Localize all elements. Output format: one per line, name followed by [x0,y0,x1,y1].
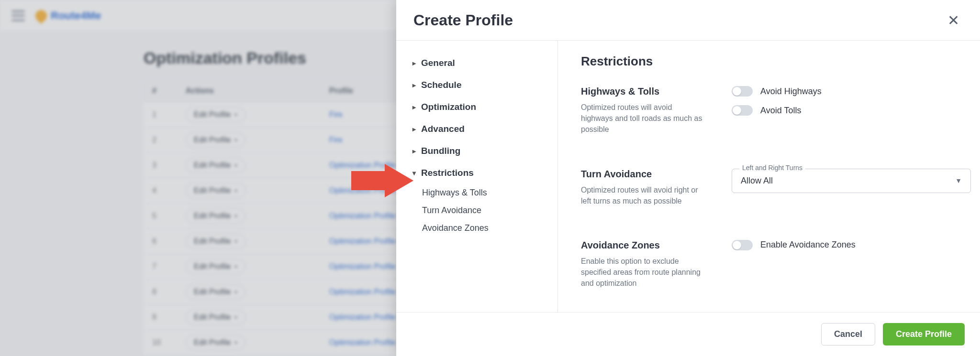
section-title: Avoidance Zones [581,240,727,251]
section-description: Optimized routes will avoid right or lef… [581,184,705,206]
nav-schedule[interactable]: ▸Schedule [406,74,553,96]
cancel-button[interactable]: Cancel [821,323,875,345]
nav-sub-zones[interactable]: Avoidance Zones [406,219,553,237]
modal-sidebar: ▸General ▸Schedule ▸Optimization ▸Advanc… [396,41,558,312]
modal-footer: Cancel Create Profile [396,313,980,356]
nav-sub-highways[interactable]: Highways & Tolls [406,184,553,202]
select-value: Allow All [741,176,773,186]
avoid-tolls-toggle[interactable] [732,105,753,116]
nav-advanced[interactable]: ▸Advanced [406,118,553,140]
nav-general[interactable]: ▸General [406,52,553,74]
nav-optimization[interactable]: ▸Optimization [406,96,553,118]
modal-title: Create Profile [413,11,513,29]
chevron-down-icon: ▾ [411,169,417,177]
chevron-right-icon: ▸ [411,147,417,155]
section-title: Turn Avoidance [581,169,727,180]
toggle-label: Avoid Tolls [760,106,801,116]
section-description: Optimized routes will avoid highways and… [581,102,705,135]
nav-restrictions[interactable]: ▾Restrictions [406,162,553,184]
toggle-label: Avoid Highways [760,86,822,97]
chevron-down-icon: ▼ [955,177,962,184]
modal-header: Create Profile ✕ [396,0,980,40]
section-turn-avoidance: Turn Avoidance Optimized routes will avo… [581,169,957,206]
create-profile-modal: Create Profile ✕ ▸General ▸Schedule ▸Opt… [396,0,980,356]
modal-content: Restrictions Highways & Tolls Optimized … [558,41,980,312]
section-highways: Highways & Tolls Optimized routes will a… [581,86,957,135]
select-legend: Left and Right Turns [739,164,805,172]
section-description: Enable this option to exclude specified … [581,256,705,289]
chevron-right-icon: ▸ [411,103,417,111]
chevron-right-icon: ▸ [411,125,417,133]
avoid-highways-toggle[interactable] [732,86,753,97]
section-title: Highways & Tolls [581,86,727,97]
section-avoidance-zones: Avoidance Zones Enable this option to ex… [581,240,957,289]
close-icon[interactable]: ✕ [944,11,963,30]
enable-avoidance-zones-toggle[interactable] [732,240,753,250]
nav-bundling[interactable]: ▸Bundling [406,140,553,162]
turns-select[interactable]: Left and Right Turns Allow All ▼ [732,169,971,193]
chevron-right-icon: ▸ [411,81,417,89]
toggle-label: Enable Avoidance Zones [760,240,856,250]
create-profile-button[interactable]: Create Profile [883,323,965,345]
chevron-right-icon: ▸ [411,59,417,67]
nav-sub-turn[interactable]: Turn Avoidance [406,202,553,219]
content-heading: Restrictions [581,54,957,69]
